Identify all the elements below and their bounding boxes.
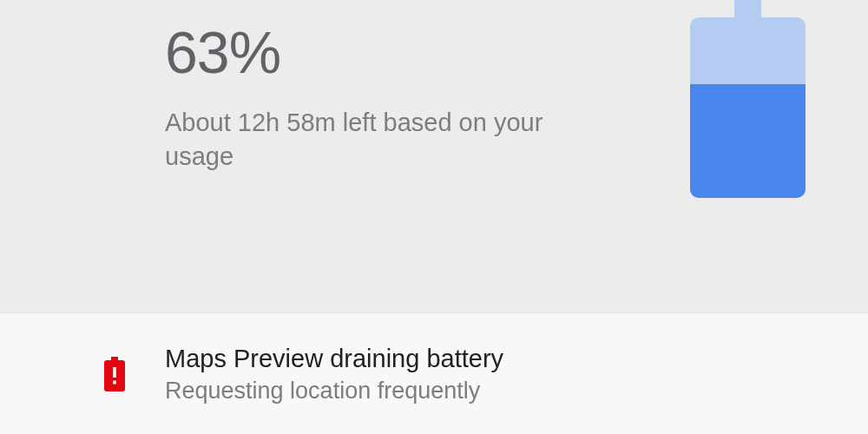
battery-alert-text: Maps Preview draining battery Requesting…	[165, 343, 503, 404]
battery-icon	[690, 0, 806, 198]
battery-alert-subtitle: Requesting location frequently	[165, 378, 503, 404]
svg-rect-0	[111, 357, 118, 360]
svg-rect-3	[113, 380, 116, 384]
battery-alert-row[interactable]: Maps Preview draining battery Requesting…	[0, 312, 868, 434]
battery-estimate: About 12h 58m left based on your usage	[165, 106, 582, 174]
battery-summary: 63% About 12h 58m left based on your usa…	[0, 0, 868, 312]
svg-rect-2	[113, 367, 116, 378]
battery-body-fill	[690, 84, 806, 198]
battery-alert-title: Maps Preview draining battery	[165, 343, 503, 374]
battery-tip	[734, 0, 761, 17]
battery-alert-icon	[104, 357, 125, 391]
